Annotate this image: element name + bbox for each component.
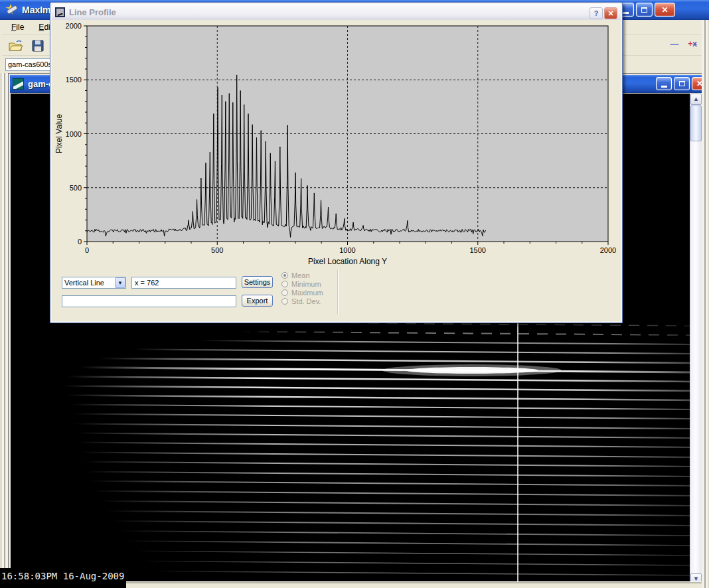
spectral-order-line (153, 571, 691, 576)
spectral-order-line (240, 332, 691, 335)
radio-mean-circle[interactable] (281, 272, 288, 279)
image-minimize-button[interactable] (656, 77, 672, 90)
menu-file[interactable]: File (11, 23, 24, 32)
y-tick-label: 1000 (66, 130, 82, 138)
spectral-order-line (77, 443, 691, 447)
radio-maximum-circle[interactable] (281, 289, 288, 296)
chevron-down-icon[interactable]: ▼ (115, 277, 125, 288)
radio-maximum[interactable]: Maximum (281, 288, 335, 297)
crosshair-icon[interactable]: +x (688, 39, 697, 48)
spectral-order-line (133, 349, 691, 354)
radio-std-dev-circle[interactable] (281, 298, 288, 305)
spectral-order-line (137, 551, 691, 555)
spectral-order-line (313, 323, 691, 326)
main-window-right-border (702, 20, 709, 588)
scroll-up-button[interactable]: ▲ (690, 94, 702, 105)
main-maximize-button[interactable] (636, 3, 653, 17)
profile-mode-value: Vertical Line (62, 279, 115, 287)
radio-minimum[interactable]: Minimum (281, 279, 335, 288)
main-window-left-border (0, 73, 8, 581)
y-tick-label: 2000 (66, 22, 82, 30)
spectral-order-line (127, 541, 691, 546)
spectral-order-line (94, 491, 691, 496)
spectral-order-line (90, 481, 691, 486)
spectral-order-line (114, 521, 691, 526)
right-toolbar: — +x (670, 38, 697, 48)
x-tick-label: 2000 (600, 246, 616, 254)
x-tick-label: 0 (85, 246, 89, 254)
spectral-order-line (74, 414, 691, 419)
spectral-order-line (70, 405, 691, 410)
zoom-out-icon[interactable]: — (670, 38, 678, 48)
spectral-order-line (67, 377, 691, 382)
y-tick-label: 0 (78, 238, 82, 246)
spectral-order-line (80, 453, 691, 457)
export-button[interactable]: Export (242, 295, 273, 307)
spectral-order-line (77, 433, 691, 438)
y-tick-label: 500 (70, 184, 82, 192)
radio-group-groove (337, 270, 339, 314)
main-close-button[interactable]: ✕ (655, 3, 675, 17)
line-profile-dialog: Line Profile ? ✕ 05001000150020000500100… (50, 2, 623, 323)
spectral-order-line (100, 501, 691, 506)
spectral-order-line (84, 462, 691, 467)
timestamp-overlay: 16:58:03PM 16-Aug-2009 (1, 571, 124, 581)
spectral-order-line (67, 396, 691, 401)
spectral-order-line (100, 358, 691, 363)
spectral-order-line (143, 561, 691, 565)
radio-minimum-circle[interactable] (281, 281, 288, 287)
x-tick-label: 1000 (339, 246, 355, 254)
maxim-dl-screen: MaxIm D ✕ File Edit gam-cas600s (0, 0, 709, 588)
radio-std-dev[interactable]: Std. Dev. (281, 297, 335, 305)
x-tick-label: 1500 (470, 246, 486, 254)
save-file-icon[interactable] (30, 39, 46, 52)
x-tick-label: 500 (211, 246, 223, 254)
maxim-app-icon (3, 3, 18, 17)
scroll-thumb[interactable] (690, 106, 702, 141)
spectral-order-line (87, 472, 691, 477)
open-file-icon[interactable] (7, 39, 23, 52)
info-field[interactable] (62, 295, 236, 307)
line-profile-chart: 05001000150020000500100015002000Pixel Lo… (50, 3, 623, 268)
spectral-order-line (74, 424, 691, 429)
y-tick-label: 1500 (66, 76, 82, 84)
y-axis-title: Pixel Value (54, 114, 64, 153)
radio-mean[interactable]: Mean (281, 271, 335, 279)
settings-button[interactable]: Settings (242, 276, 273, 288)
timestamp-overlay-box: 16:58:03PM 16-Aug-2009 (0, 568, 126, 588)
vertical-scrollbar[interactable]: ▲ ▼ (690, 94, 701, 587)
cursor-position-field[interactable] (131, 277, 236, 289)
spectral-order-line (107, 511, 691, 516)
x-axis-title: Pixel Location Along Y (308, 257, 387, 266)
statistic-radio-group: Mean Minimum Maximum Std. Dev. (281, 271, 335, 305)
image-document-icon (13, 78, 24, 90)
image-maximize-button[interactable] (674, 77, 690, 90)
spectral-order-line (120, 531, 691, 536)
spectral-order-line (64, 386, 691, 391)
saturated-region (406, 367, 538, 374)
spectral-order-line (200, 340, 691, 344)
profile-mode-combobox[interactable]: Vertical Line ▼ (62, 277, 126, 289)
